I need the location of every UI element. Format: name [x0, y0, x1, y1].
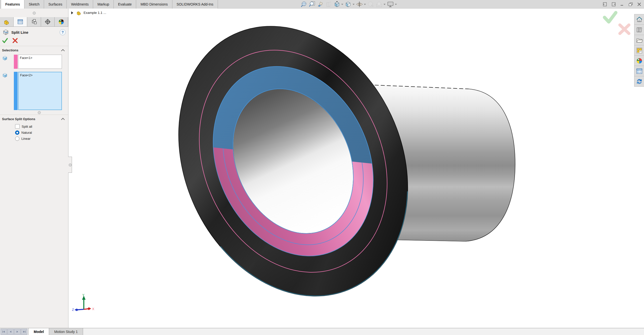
- close-icon[interactable]: [637, 2, 641, 7]
- tab-features[interactable]: Features: [1, 0, 24, 9]
- linear-option[interactable]: Linear: [15, 137, 68, 141]
- tab-surfaces[interactable]: Surfaces: [44, 0, 67, 9]
- cancel-button[interactable]: [12, 38, 18, 43]
- scroll-first-tab-button[interactable]: [1, 329, 7, 335]
- view-orientation-dropdown-caret[interactable]: [341, 4, 343, 5]
- listbox-resize-grip[interactable]: [38, 111, 41, 114]
- display-style-dropdown-caret[interactable]: [353, 4, 355, 5]
- first-tab-icon: [2, 330, 5, 333]
- task-pane-strip: [634, 14, 644, 87]
- feature-manager-tab[interactable]: [0, 17, 14, 26]
- minimize-icon[interactable]: [620, 2, 624, 7]
- tab-mbd-dimensions[interactable]: MBD Dimensions: [136, 0, 172, 9]
- splitter-grip-icon[interactable]: [69, 163, 72, 166]
- solidworks-resources-button[interactable]: [634, 14, 644, 25]
- model-tabs-bar: Model Motion Study 1: [0, 328, 644, 335]
- selection-listbox-2[interactable]: Face<2>: [18, 72, 62, 110]
- property-list-icon: [17, 19, 23, 25]
- selection-item-face2[interactable]: Face<2>: [20, 74, 32, 77]
- panel-top-splitter[interactable]: [0, 9, 68, 17]
- restore-icon[interactable]: [628, 2, 633, 7]
- model-3d-viewport[interactable]: Y Z X: [0, 0, 644, 328]
- splitter-grip-icon[interactable]: [33, 12, 36, 15]
- split-all-option[interactable]: Split all: [15, 124, 68, 129]
- view-settings-button[interactable]: [386, 0, 398, 9]
- tab-scroll-buttons: [0, 328, 28, 335]
- tab-sketch[interactable]: Sketch: [24, 0, 44, 9]
- file-explorer-button[interactable]: [634, 35, 644, 45]
- selections-header-label: Selections: [2, 48, 18, 52]
- next-window-icon[interactable]: [611, 2, 616, 7]
- dimxpert-manager-tab[interactable]: [41, 17, 55, 26]
- view-palette-button[interactable]: [634, 45, 644, 56]
- ok-button[interactable]: [2, 38, 8, 43]
- scroll-next-tab-button[interactable]: [14, 329, 21, 335]
- zoom-to-area-button[interactable]: [308, 0, 316, 9]
- tab-evaluate[interactable]: Evaluate: [114, 0, 136, 9]
- property-manager-panel: Split Line ? Selections Face<1>: [0, 9, 68, 328]
- appearances-scenes-button[interactable]: [634, 56, 644, 66]
- design-library-button[interactable]: [634, 25, 644, 35]
- display-manager-tab[interactable]: [55, 17, 68, 26]
- prev-tab-icon: [9, 330, 12, 333]
- tree-expand-arrow-icon[interactable]: [71, 11, 73, 14]
- hide-show-items-button[interactable]: [355, 0, 367, 9]
- view-settings-dropdown-caret[interactable]: [395, 4, 397, 5]
- last-tab-icon: [23, 330, 26, 333]
- apply-scene-button[interactable]: [375, 0, 386, 9]
- property-manager-tab[interactable]: [14, 17, 27, 26]
- selection-color-swatch-pink: [14, 55, 18, 69]
- appearances-sphere-icon: [636, 57, 643, 64]
- command-manager-bar: Features Sketch Surfaces Weldments Marku…: [0, 0, 644, 9]
- selection-row-face2: Face<2>: [0, 72, 68, 110]
- collapse-chevron-icon[interactable]: [61, 118, 65, 121]
- natural-radio[interactable]: [15, 130, 19, 135]
- previous-window-icon[interactable]: [603, 2, 607, 7]
- surface-split-options-header-label: Surface Split Options: [2, 117, 35, 121]
- natural-option[interactable]: Natural: [15, 130, 68, 135]
- collapse-chevron-icon[interactable]: [61, 49, 65, 52]
- apply-scene-icon: [376, 1, 383, 8]
- surface-split-options-group-header[interactable]: Surface Split Options: [0, 115, 68, 122]
- apply-scene-dropdown-caret[interactable]: [384, 4, 386, 5]
- part-icon: [76, 10, 82, 15]
- split-all-label: Split all: [22, 125, 32, 128]
- view-orientation-button[interactable]: [333, 0, 344, 9]
- confirm-ok-overlay[interactable]: [604, 13, 616, 22]
- section-view-button[interactable]: [324, 0, 333, 9]
- scroll-prev-tab-button[interactable]: [7, 329, 14, 335]
- selection-row-face1: Face<1>: [0, 55, 68, 69]
- tab-solidworks-add-ins[interactable]: SOLIDWORKS Add-Ins: [172, 0, 218, 9]
- hide-show-dropdown-caret[interactable]: [364, 4, 366, 5]
- solidworks-forum-button[interactable]: [634, 76, 644, 86]
- help-button[interactable]: ?: [60, 29, 66, 35]
- window-controls: [603, 0, 641, 9]
- edit-appearance-icon: [367, 1, 374, 8]
- selection-item-face1[interactable]: Face<1>: [20, 56, 32, 60]
- panel-splitter-handle[interactable]: [68, 157, 72, 173]
- previous-view-button[interactable]: [316, 0, 324, 9]
- triad-x-label: X: [92, 307, 94, 311]
- selections-group-header[interactable]: Selections: [0, 46, 68, 54]
- model-tab[interactable]: Model: [28, 328, 49, 335]
- configuration-manager-tab[interactable]: [27, 17, 41, 26]
- tab-weldments[interactable]: Weldments: [67, 0, 93, 9]
- scroll-last-tab-button[interactable]: [21, 329, 27, 335]
- custom-properties-button[interactable]: [634, 66, 644, 76]
- display-style-button[interactable]: [344, 0, 355, 9]
- view-settings-icon: [387, 1, 394, 8]
- tab-markup[interactable]: Markup: [93, 0, 114, 9]
- dimxpert-icon: [45, 19, 51, 25]
- triad-z-label: Z: [72, 308, 74, 312]
- edit-appearance-button[interactable]: [367, 0, 375, 9]
- face-cube-icon: [2, 72, 8, 78]
- zoom-to-fit-button[interactable]: [299, 0, 308, 9]
- selection-listbox-1[interactable]: Face<1>: [18, 55, 62, 69]
- face-cube-icon: [2, 55, 8, 61]
- split-all-checkbox[interactable]: [15, 124, 20, 129]
- configuration-icon: [31, 19, 37, 25]
- feature-tree-root-label[interactable]: Example 1.1 ...: [84, 11, 106, 15]
- linear-radio[interactable]: [15, 137, 19, 141]
- confirm-cancel-overlay[interactable]: [620, 25, 629, 34]
- motion-study-tab[interactable]: Motion Study 1: [49, 328, 83, 335]
